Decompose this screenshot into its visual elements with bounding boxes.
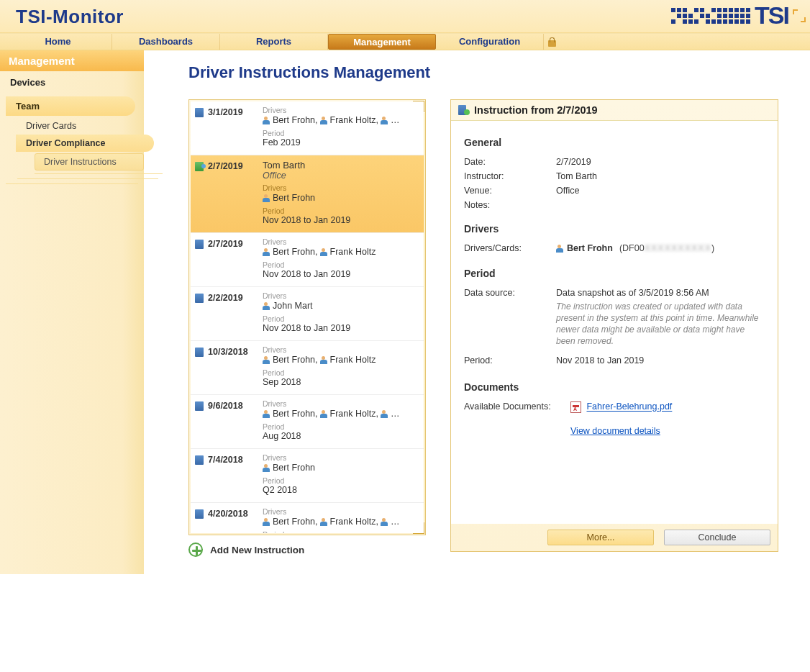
list-item-period: Sep 2018 <box>263 377 419 387</box>
add-new-instruction-button[interactable]: Add New Instruction <box>188 542 426 557</box>
list-item-period-label: Period <box>263 314 419 323</box>
list-item-drivers-label: Drivers <box>263 345 419 354</box>
logo-text: TSI <box>755 1 788 29</box>
instruction-list-item[interactable]: 2/7/2019Tom BarthOfficeDriversBert Frohn… <box>191 155 424 233</box>
person-icon <box>320 356 327 364</box>
list-item-date: 10/3/2018 <box>208 347 248 387</box>
person-icon <box>320 518 327 526</box>
instruction-list-item[interactable]: 2/7/2019DriversBert Frohn,Frank HoltzPer… <box>191 233 424 287</box>
list-item-period: Aug 2018 <box>263 431 419 441</box>
value-data-source: Data snapshot as of 3/5/2019 8:56 AM <box>556 288 765 298</box>
person-icon <box>263 302 270 310</box>
list-item-drivers: Bert Frohn <box>263 463 419 473</box>
logo-area: TSI <box>671 1 806 29</box>
nav-configuration[interactable]: Configuration <box>436 34 544 50</box>
instruction-list-item[interactable]: 3/1/2019DriversBert Frohn,Frank Holtz, …… <box>191 101 424 155</box>
nav-dashboards[interactable]: Dashboards <box>112 34 220 50</box>
person-icon <box>263 194 270 202</box>
instruction-list-item[interactable]: 2/2/2019DriversJohn MartPeriodNov 2018 t… <box>191 287 424 341</box>
document-link[interactable]: Fahrer-Belehrung.pdf <box>586 402 672 412</box>
fullscreen-icon[interactable] <box>793 9 806 22</box>
list-item-date: 2/7/2019 <box>208 239 243 279</box>
value-instructor: Tom Barth <box>556 171 765 181</box>
label-notes: Notes: <box>464 200 556 210</box>
list-item-drivers: Bert Frohn,Frank Holtz, … <box>263 409 419 419</box>
value-drivers-cards: Bert Frohn (DF00XXXXXXXXXX) <box>556 243 765 255</box>
person-icon <box>263 248 270 256</box>
list-item-date: 3/1/2019 <box>208 107 243 147</box>
list-item-venue: Office <box>263 171 419 181</box>
sidebar-item-team[interactable]: Team <box>6 96 135 116</box>
list-item-drivers: Bert Frohn <box>263 193 419 203</box>
list-item-drivers: Bert Frohn,Frank Holtz, … <box>263 517 419 527</box>
list-item-drivers-label: Drivers <box>263 237 419 246</box>
sidebar: Management Devices Team Driver Cards Dri… <box>0 50 144 574</box>
list-item-period-label: Period <box>263 422 419 431</box>
detail-header: Instruction from 2/7/2019 <box>451 100 778 121</box>
list-item-period: Nov 2018 to Jan 2019 <box>263 323 419 333</box>
driver-name: Bert Frohn <box>567 243 613 253</box>
list-item-drivers-label: Drivers <box>263 106 419 114</box>
sidebar-item-devices[interactable]: Devices <box>0 71 144 94</box>
sidebar-item-driver-instructions[interactable]: Driver Instructions <box>35 153 144 171</box>
sidebar-divider <box>6 183 138 184</box>
nav-management[interactable]: Management <box>328 34 436 50</box>
book-icon <box>195 401 204 411</box>
add-new-instruction-label: Add New Instruction <box>210 545 304 555</box>
list-item-period-label: Period <box>263 530 419 533</box>
section-period-title: Period <box>464 268 765 279</box>
instruction-icon <box>458 104 468 116</box>
instruction-list-item[interactable]: 9/6/2018DriversBert Frohn,Frank Holtz, …… <box>191 395 424 449</box>
person-icon <box>381 410 388 418</box>
sidebar-item-driver-cards[interactable]: Driver Cards <box>0 117 144 135</box>
sidebar-item-driver-compliance[interactable]: Driver Compliance <box>16 135 154 152</box>
person-icon <box>320 117 327 124</box>
list-item-period: Feb 2019 <box>263 137 419 147</box>
nav-home[interactable]: Home <box>4 34 112 50</box>
list-item-instructor: Tom Barth <box>263 160 419 171</box>
conclude-button[interactable]: Conclude <box>664 530 770 545</box>
list-item-date: 4/20/2018 <box>208 509 248 533</box>
sidebar-header: Management <box>0 50 144 71</box>
value-period: Nov 2018 to Jan 2019 <box>556 355 765 365</box>
instruction-list-item[interactable]: 7/4/2018DriversBert FrohnPeriodQ2 2018 <box>191 449 424 503</box>
book-icon <box>195 108 204 117</box>
instruction-list-item[interactable]: 10/3/2018DriversBert Frohn,Frank HoltzPe… <box>191 341 424 395</box>
person-icon <box>556 245 563 253</box>
more-button[interactable]: More... <box>547 530 654 545</box>
list-item-period: Nov 2018 to Jan 2019 <box>263 215 419 225</box>
menubar: Home Dashboards Reports Management Confi… <box>0 33 810 50</box>
instruction-list-column: ▲ ▼ 3/1/2019DriversBert Frohn,Frank Holt… <box>188 99 426 557</box>
person-icon <box>381 518 388 526</box>
data-source-note: The instruction was created or updated w… <box>556 301 765 348</box>
section-drivers-title: Drivers <box>464 223 765 235</box>
nav-lock[interactable] <box>544 34 560 50</box>
list-item-period: Nov 2018 to Jan 2019 <box>263 269 419 279</box>
list-item-date: 2/7/2019 <box>208 161 243 225</box>
label-venue: Venue: <box>464 186 556 196</box>
topbar: TSI-Monitor TSI <box>0 0 810 33</box>
person-icon <box>381 117 388 124</box>
plus-icon <box>188 542 203 557</box>
list-item-drivers: Bert Frohn,Frank Holtz <box>263 247 419 257</box>
value-venue: Office <box>556 186 765 196</box>
book-icon <box>195 455 204 465</box>
value-date: 2/7/2019 <box>556 157 765 167</box>
list-item-period-label: Period <box>263 368 419 377</box>
logo-pixel-pattern-icon <box>671 8 750 24</box>
list-item-drivers-label: Drivers <box>263 183 419 192</box>
person-icon <box>320 410 327 418</box>
list-item-period-label: Period <box>263 476 419 485</box>
list-item-drivers-label: Drivers <box>263 507 419 516</box>
page-title: Driver Instructions Management <box>188 63 778 82</box>
nav-reports[interactable]: Reports <box>220 34 328 50</box>
value-notes <box>556 200 765 210</box>
pdf-icon <box>570 401 581 413</box>
person-icon <box>263 410 270 418</box>
list-item-drivers: Bert Frohn,Frank Holtz, … <box>263 115 419 125</box>
label-drivers-cards: Drivers/Cards: <box>464 243 556 255</box>
book-icon <box>195 294 204 303</box>
instruction-list-item[interactable]: 4/20/2018DriversBert Frohn,Frank Holtz, … <box>191 503 424 533</box>
list-item-period-label: Period <box>263 129 419 137</box>
view-document-details-link[interactable]: View document details <box>570 426 660 436</box>
